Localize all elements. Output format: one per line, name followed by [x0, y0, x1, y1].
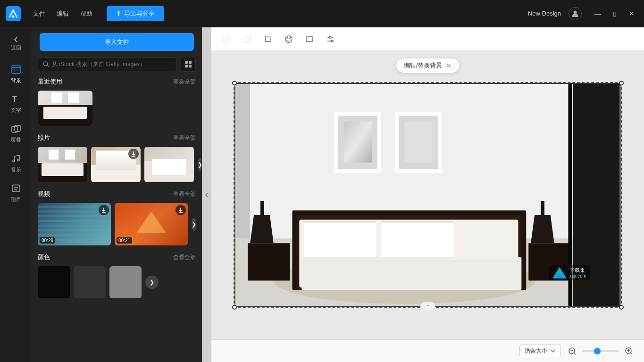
svg-rect-30 [306, 37, 313, 42]
music-icon [10, 153, 22, 164]
edit-bg-close[interactable]: ✕ [446, 62, 452, 69]
colors-next-button[interactable]: ❯ [145, 276, 159, 289]
background-icon [10, 64, 22, 75]
videos-section: 视频 查看全部 00:29 [32, 190, 201, 253]
fit-size-select[interactable]: 适合大小 [519, 345, 561, 357]
export-button[interactable]: ⬆ 导出与分享 [107, 6, 164, 21]
svg-rect-20 [189, 65, 192, 67]
grid-view-button[interactable] [181, 57, 196, 72]
project-label: 项目 [11, 196, 21, 203]
svg-marker-58 [531, 215, 554, 243]
zoom-slider[interactable] [582, 350, 619, 352]
photos-header: 照片 查看全部 [38, 134, 196, 142]
menu-edit[interactable]: 编辑 [52, 8, 74, 20]
panel-collapse-button[interactable] [202, 27, 211, 362]
colors-header: 颜色 查看全部 [38, 253, 196, 261]
handle-tl[interactable] [232, 81, 237, 85]
recent-thumb-0[interactable] [38, 91, 92, 126]
main-area: 返回 背景 T 文字 [0, 27, 644, 362]
color-swatch-0[interactable] [38, 266, 70, 298]
maximize-button[interactable]: ▯ [608, 7, 621, 20]
zoom-out-button[interactable] [567, 345, 578, 357]
sidebar-item-background[interactable]: 背景 [4, 60, 28, 88]
watermark: 下载集 xzji.com [549, 265, 590, 280]
tool-history [219, 32, 234, 47]
zoom-in-icon [625, 347, 633, 355]
text-label: 文字 [11, 107, 21, 114]
svg-line-71 [631, 353, 632, 354]
photo-thumb-0[interactable] [38, 147, 87, 182]
svg-rect-57 [260, 201, 264, 215]
photo-thumb-1[interactable] [91, 147, 141, 182]
canvas-area: 编辑/替换背景 ✕ [211, 27, 644, 362]
photos-next-button[interactable]: ❯ [198, 158, 202, 171]
frames-icon [243, 35, 251, 43]
svg-rect-19 [185, 65, 188, 67]
tool-remove-bg[interactable] [281, 32, 296, 47]
svg-rect-0 [6, 6, 21, 21]
tool-shape[interactable] [302, 32, 317, 47]
import-button[interactable]: 导入文件 [40, 33, 194, 51]
tool-adjust[interactable] [323, 32, 338, 47]
project-name: New Design [528, 10, 561, 17]
svg-point-15 [43, 62, 47, 66]
handle-tr[interactable] [619, 81, 624, 85]
svg-rect-54 [248, 243, 290, 280]
svg-point-28 [287, 37, 288, 39]
canvas-image: 下载集 xzji.com [234, 83, 621, 307]
zoom-in-button[interactable] [623, 345, 635, 357]
videos-thumbs: 00:29 00:21 ❯ [38, 203, 196, 245]
zoom-controls [567, 345, 635, 357]
download-badge-1 [128, 149, 139, 159]
svg-rect-47 [304, 221, 376, 261]
svg-rect-25 [244, 36, 251, 42]
colors-viewall[interactable]: 查看全部 [173, 253, 196, 261]
back-icon [12, 36, 20, 44]
edit-bg-label: 编辑/替换背景 [404, 61, 443, 70]
canvas-image-wrap[interactable]: 下载集 xzji.com [234, 83, 621, 307]
project-icon [10, 183, 22, 194]
search-input-wrap[interactable] [38, 57, 177, 71]
handle-br[interactable] [619, 305, 624, 310]
minimize-button[interactable]: — [591, 7, 604, 20]
video-thumb-0[interactable]: 00:29 [38, 203, 111, 245]
sidebar-item-text[interactable]: T 文字 [4, 90, 28, 118]
collapse-arrow[interactable]: ⌃ [420, 302, 435, 311]
svg-rect-12 [12, 185, 20, 192]
svg-point-2 [574, 10, 577, 14]
video-duration-1: 00:21 [117, 237, 132, 244]
edit-bg-tag[interactable]: 编辑/替换背景 ✕ [396, 59, 460, 73]
user-avatar[interactable] [569, 7, 582, 20]
videos-next-button[interactable]: ❯ [192, 218, 196, 231]
svg-line-67 [574, 353, 576, 354]
fit-size-chevron [550, 348, 556, 354]
videos-viewall[interactable]: 查看全部 [173, 190, 196, 198]
collapse-icon [204, 192, 209, 198]
svg-rect-48 [381, 221, 453, 261]
handle-bl[interactable] [232, 305, 237, 310]
close-button[interactable]: ✕ [625, 7, 638, 20]
zoom-slider-thumb[interactable] [594, 348, 601, 354]
sidebar-item-music[interactable]: 音乐 [4, 149, 28, 177]
photo-thumb-2[interactable] [144, 147, 194, 182]
tool-crop[interactable] [260, 32, 276, 47]
svg-rect-3 [12, 65, 20, 74]
export-icon: ⬆ [116, 10, 121, 17]
video-thumb-1[interactable]: 00:21 [115, 203, 188, 245]
adjust-icon [326, 35, 335, 43]
photos-viewall[interactable]: 查看全部 [173, 134, 196, 142]
recent-viewall[interactable]: 查看全部 [173, 78, 196, 86]
zoom-out-icon [568, 347, 577, 355]
fit-size-label: 适合大小 [525, 347, 547, 355]
menu-file[interactable]: 文件 [28, 8, 50, 20]
sidebar-item-project[interactable]: 项目 [4, 179, 28, 207]
color-swatch-1[interactable] [74, 266, 106, 298]
search-row [32, 57, 201, 77]
left-panel: 导入文件 最近使用 查看全部 [32, 27, 202, 362]
search-input[interactable] [52, 61, 172, 67]
menu-help[interactable]: 帮助 [75, 8, 97, 20]
color-swatch-2[interactable] [109, 266, 142, 298]
sidebar-item-overlay[interactable]: 覆叠 [4, 119, 28, 147]
sidebar-back-button[interactable]: 返回 [9, 31, 23, 56]
background-label: 背景 [11, 77, 21, 84]
